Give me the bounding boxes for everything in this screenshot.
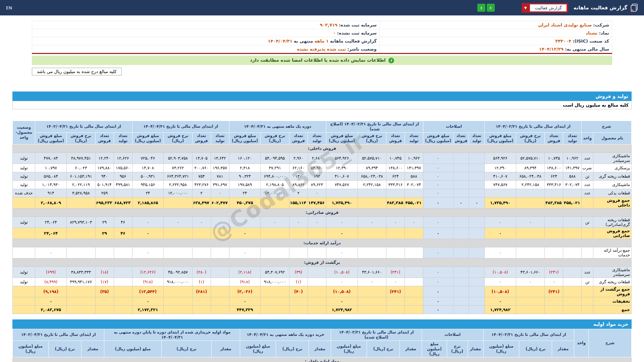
value-cell: ۷۴۷,۵۶۷ [326, 180, 358, 189]
value-cell: ضرب [582, 164, 593, 172]
value-cell: ۰ [192, 217, 211, 228]
value-cell [386, 247, 405, 258]
value-cell: ۱۲,۲۴۰ [95, 153, 114, 164]
report-type-dropdown[interactable]: گزارش فعالیت ▼ [522, 3, 568, 13]
value-cell [114, 189, 132, 197]
field-value: ۱ ماهه [315, 39, 329, 44]
next-report-button[interactable]: › [487, 4, 495, 12]
value-cell: ۰ [423, 189, 453, 197]
value-cell [261, 286, 289, 297]
value-cell [211, 286, 229, 297]
field-label: منتهی به [294, 39, 313, 44]
value-cell: ۶۹۵,۲۳۳ [95, 197, 114, 208]
value-cell: ۳۷,۲۹۱ [261, 164, 289, 172]
value-cell: ۲,۱۹۸,۸۰۵ [261, 180, 289, 189]
top-bar: گزارش فعالیت ماهانه گزارش فعالیت ▼ › ‹ E… [0, 0, 644, 15]
column-header: نرخ فروش (ریال) [261, 132, 289, 144]
product-name-cell: جمع فروش صادراتی [593, 228, 631, 239]
value-cell: ۰ [229, 217, 261, 228]
value-cell: ۹۴۰ [95, 172, 114, 180]
value-cell [563, 189, 582, 197]
product-name-cell: جمع [593, 305, 631, 314]
value-cell: (۱۰,۵۰۸) [326, 286, 358, 297]
value-cell: ۰ [453, 197, 469, 208]
value-cell [545, 305, 563, 314]
language-toggle[interactable]: EN [6, 5, 12, 10]
value-cell: ۰ [386, 278, 405, 286]
value-cell: (۲۸۱) [192, 286, 211, 297]
value-cell: ۱۰,۹۶۲ [405, 153, 423, 164]
value-cell [211, 305, 229, 314]
value-cell: ۰ [469, 197, 485, 208]
value-cell [326, 189, 358, 197]
value-cell: ۱۹۳ [308, 172, 326, 180]
info-cell: سرمایه ثبت نشده: ۰ [32, 29, 380, 37]
value-cell [469, 228, 485, 239]
value-cell [358, 197, 386, 208]
value-cell: ۰ [423, 266, 453, 278]
value-cell [405, 228, 423, 239]
value-cell: ۴۱۰,۶۰۷ [326, 172, 358, 180]
value-cell: حذف شده [13, 189, 35, 197]
value-cell: ۲,۱۸۵,۸۶۵ [132, 197, 164, 208]
product-name-cell: ماشینکاری سرسیلندر [593, 153, 631, 164]
value-cell: ۴۳,۶۰۱,۶۶۰ [516, 266, 545, 278]
value-cell: ۶۹۴,۸۰۰,۰۰۰ [261, 172, 289, 180]
value-cell: ۵۲,۹۰۳,۷۵۸ [164, 153, 193, 164]
value-cell [358, 228, 386, 239]
value-cell [582, 286, 593, 297]
value-cell: ۱,۷۳۵,۴۹۰ [326, 197, 358, 208]
value-cell: (۳,۰۳۶) [229, 286, 261, 297]
value-cell: (۱۰,۵۰۸) [485, 286, 516, 297]
value-cell [545, 297, 563, 305]
value-cell: ۰ [326, 297, 358, 305]
column-group-header: از ابتدای سال مالی تا تاریخ ۱۴۰۴/۰۳/۳۱ (… [331, 329, 422, 341]
section-label: برگشت از فروش: [13, 258, 632, 266]
column-header: تعداد فروش [289, 132, 308, 144]
value-cell: ۵۴,۰۹۴,۵۹۵ [261, 153, 289, 164]
value-cell: ۱,۷۲۴,۹۸۲ [326, 305, 358, 314]
value-cell: ۳,۵۲۸,۹۵۸ [67, 189, 96, 197]
value-cell: ۰ [229, 228, 261, 239]
value-cell [563, 247, 582, 258]
value-cell: ۱۹۷,۵۸۹ [229, 180, 261, 189]
value-cell [164, 228, 193, 239]
value-cell: ۲۹ [95, 217, 114, 228]
value-cell [469, 297, 485, 305]
column-header: تعداد تولید [114, 132, 132, 144]
info-cell: وضعیت ناشر: ثبت شده پذیرفته نشده [32, 45, 380, 54]
value-cell: ۳۹۱,۶۹۷ [211, 180, 229, 189]
value-cell: ۸۲۹,۷۹۳,۱۰۳ [67, 217, 96, 228]
product-name-cell: جمع فروش داخلی [593, 197, 631, 208]
column-header: تعداد تولید [308, 132, 326, 144]
value-cell: ۰ [423, 217, 453, 228]
value-cell: ۳۳۳,۴۱۶ [386, 180, 405, 189]
value-cell [308, 286, 326, 297]
column-header: مبلغ فروش (میلیون ریال) [132, 132, 164, 144]
column-group-header: شرح [589, 329, 632, 357]
value-cell: ۱۴۷,۴۵۶ [308, 197, 326, 208]
info-cell: گزارش فعالیت ماهانه ۱ ماهه منتهی به ۱۴۰۴… [32, 37, 380, 45]
prev-report-button[interactable]: ‹ [477, 4, 485, 12]
value-cell [308, 305, 326, 314]
value-cell: ۰ [423, 228, 453, 239]
value-cell [308, 228, 326, 239]
column-header-row: نام محصولواحدتعداد تولیدتعداد فروشنرخ فر… [13, 132, 632, 144]
value-cell: ۰ [485, 297, 516, 305]
value-cell: ۵۲,۵۷۵,۷۱۰ [358, 153, 386, 164]
value-cell: (۱۰,۵۰۸) [326, 266, 358, 278]
value-cell: ۹۱۸,۰۰۰,۰۰۰ [261, 278, 289, 286]
value-cell [386, 189, 405, 197]
value-cell: ۶۰,۰۲۳ [67, 164, 96, 172]
value-cell [289, 247, 308, 258]
raw-materials-table-wrap: شرحواحداز ابتدای سال مالی تا تاریخ ۱۴۰۴/… [12, 329, 632, 362]
value-cell [289, 305, 308, 314]
value-cell: ۰ [261, 217, 289, 228]
value-cell: (۱) [289, 278, 308, 286]
value-cell [453, 247, 469, 258]
column-header: واحد [582, 132, 593, 144]
value-cell [114, 286, 132, 297]
value-cell: تن [582, 278, 593, 286]
column-group-header: مواد اولیه خریداری شده از ابتدای دوره تا… [104, 329, 240, 341]
value-cell [67, 247, 96, 258]
